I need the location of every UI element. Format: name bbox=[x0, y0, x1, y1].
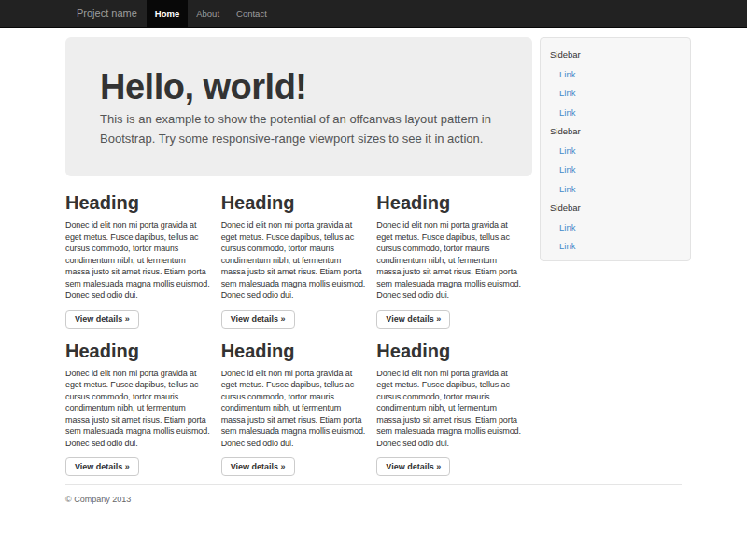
sidebar-heading: Sidebar bbox=[541, 46, 690, 65]
sidebar-link[interactable]: Link bbox=[541, 104, 690, 123]
copyright-text: © Company 2013 bbox=[65, 495, 682, 504]
sidebar-group-2: Sidebar Link Link Link bbox=[541, 122, 690, 199]
view-details-button[interactable]: View details » bbox=[376, 310, 450, 329]
main-container: Hello, world! This is an example to show… bbox=[56, 28, 691, 504]
page-title: Hello, world! bbox=[100, 68, 498, 107]
card-heading: Heading bbox=[221, 192, 366, 214]
content-card: Heading Donec id elit non mi porta gravi… bbox=[376, 329, 532, 477]
sidebar-heading: Sidebar bbox=[541, 199, 690, 218]
card-heading: Heading bbox=[376, 192, 521, 214]
nav-item-home[interactable]: Home bbox=[147, 0, 188, 27]
sidebar-link[interactable]: Link bbox=[541, 180, 690, 200]
card-body-text: Donec id elit non mi porta gravida at eg… bbox=[65, 219, 210, 301]
view-details-button[interactable]: View details » bbox=[65, 310, 139, 329]
card-body-text: Donec id elit non mi porta gravida at eg… bbox=[221, 368, 366, 450]
sidebar-link[interactable]: Link bbox=[541, 84, 690, 104]
content-card: Heading Donec id elit non mi porta gravi… bbox=[221, 180, 377, 329]
content-card: Heading Donec id elit non mi porta gravi… bbox=[65, 180, 221, 329]
content-card: Heading Donec id elit non mi porta gravi… bbox=[65, 329, 221, 477]
sidebar-panel: Sidebar Link Link Link Sidebar Link Link… bbox=[540, 37, 691, 261]
navbar-links: Home About Contact bbox=[147, 0, 275, 27]
footer: © Company 2013 bbox=[65, 484, 682, 504]
jumbotron-description: This is an example to show the potential… bbox=[100, 110, 498, 149]
card-heading: Heading bbox=[221, 341, 366, 362]
card-body-text: Donec id elit non mi porta gravida at eg… bbox=[376, 219, 521, 301]
main-column: Hello, world! This is an example to show… bbox=[56, 37, 532, 476]
card-body-text: Donec id elit non mi porta gravida at eg… bbox=[376, 368, 521, 450]
view-details-button[interactable]: View details » bbox=[221, 310, 295, 329]
jumbotron: Hello, world! This is an example to show… bbox=[65, 37, 532, 176]
view-details-button[interactable]: View details » bbox=[65, 457, 139, 476]
card-heading: Heading bbox=[376, 341, 521, 362]
content-card: Heading Donec id elit non mi porta gravi… bbox=[221, 329, 377, 477]
card-body-text: Donec id elit non mi porta gravida at eg… bbox=[65, 368, 210, 450]
cards-row-2: Heading Donec id elit non mi porta gravi… bbox=[65, 329, 532, 477]
sidebar-heading: Sidebar bbox=[541, 122, 690, 142]
card-body-text: Donec id elit non mi porta gravida at eg… bbox=[221, 219, 366, 301]
card-heading: Heading bbox=[65, 192, 210, 214]
content-row: Hello, world! This is an example to show… bbox=[56, 28, 691, 476]
sidebar-group-3: Sidebar Link Link bbox=[541, 199, 690, 257]
cards-row-1: Heading Donec id elit non mi porta gravi… bbox=[65, 180, 532, 329]
card-heading: Heading bbox=[65, 341, 210, 362]
sidebar-link[interactable]: Link bbox=[541, 142, 690, 161]
sidebar-link[interactable]: Link bbox=[541, 218, 690, 238]
nav-item-contact[interactable]: Contact bbox=[228, 0, 275, 27]
navbar-container: Project name Home About Contact bbox=[56, 0, 691, 27]
brand-link[interactable]: Project name bbox=[56, 0, 147, 27]
navbar: Project name Home About Contact bbox=[0, 0, 747, 28]
sidebar-column: Sidebar Link Link Link Sidebar Link Link… bbox=[532, 37, 691, 261]
content-card: Heading Donec id elit non mi porta gravi… bbox=[376, 180, 532, 329]
view-details-button[interactable]: View details » bbox=[221, 457, 295, 476]
sidebar-link[interactable]: Link bbox=[541, 161, 690, 180]
sidebar-link[interactable]: Link bbox=[541, 237, 690, 257]
nav-item-about[interactable]: About bbox=[188, 0, 228, 27]
sidebar-link[interactable]: Link bbox=[541, 65, 690, 85]
view-details-button[interactable]: View details » bbox=[376, 457, 450, 476]
sidebar-group-1: Sidebar Link Link Link bbox=[541, 46, 690, 122]
